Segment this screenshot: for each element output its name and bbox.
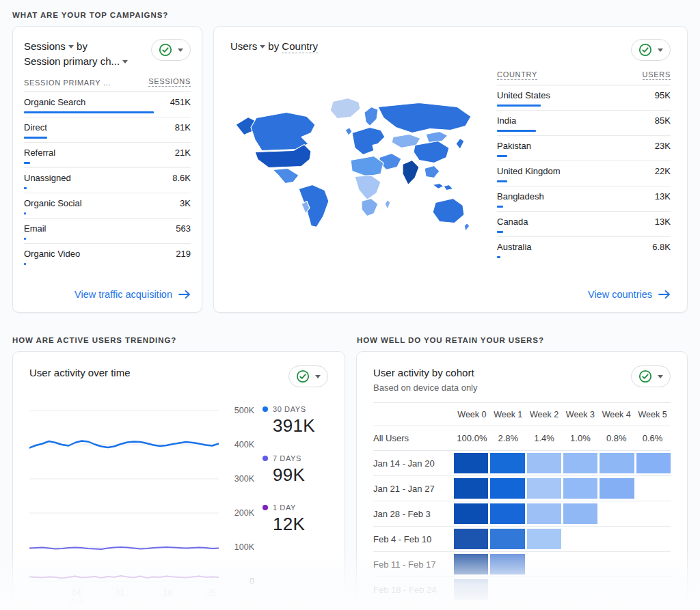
chevron-down-icon bbox=[68, 45, 74, 48]
section-title-retention: HOW WELL DO YOU RETAIN YOUR USERS? bbox=[357, 336, 688, 344]
cohort-all-users-row: All Users 100.0% 2.8% 1.4% 1.0% 0.8% 0.6… bbox=[373, 426, 671, 451]
value-bar bbox=[24, 187, 27, 189]
cohort-week-header-row: Week 0 Week 1 Week 2 Week 3 Week 4 Week … bbox=[373, 403, 671, 426]
insight-status-dropdown[interactable] bbox=[151, 39, 191, 61]
chevron-down-icon bbox=[315, 375, 321, 378]
retention-percent: 2.8% bbox=[490, 433, 526, 443]
cohort-cell bbox=[563, 453, 597, 473]
row-value: 219 bbox=[176, 249, 191, 259]
value-bar bbox=[497, 105, 541, 107]
cohort-cell bbox=[527, 478, 561, 499]
row-label: All Users bbox=[373, 433, 454, 443]
insight-status-dropdown[interactable] bbox=[631, 39, 671, 61]
cohort-row: Feb 18 - Feb 24 bbox=[373, 577, 671, 602]
week-header: Week 4 bbox=[598, 410, 634, 419]
check-circle-icon bbox=[638, 43, 652, 57]
y-axis: 500K 400K 300K 200K 100K 0 bbox=[224, 404, 257, 610]
section-title-active-users: HOW ARE ACTIVE USERS TRENDING? bbox=[12, 336, 355, 344]
cohort-cell bbox=[454, 453, 488, 473]
user-activity-over-time-card: User activity over time bbox=[12, 351, 345, 610]
metric-column-header[interactable]: USERS bbox=[643, 70, 671, 80]
check-circle-icon bbox=[638, 370, 652, 383]
by-label: by bbox=[77, 40, 88, 52]
y-tick: 200K bbox=[234, 508, 254, 518]
view-countries-link[interactable]: View countries bbox=[230, 281, 671, 300]
cohort-cell bbox=[527, 453, 561, 473]
row-value: 81K bbox=[175, 122, 191, 133]
value-bar bbox=[24, 238, 26, 240]
x-axis: 04Feb 11 18 25 bbox=[29, 588, 219, 609]
value-bar bbox=[497, 180, 507, 182]
by-label: by bbox=[268, 40, 279, 52]
row-value: 451K bbox=[170, 97, 191, 107]
row-value: 95K bbox=[655, 90, 671, 100]
cohort-cell bbox=[490, 529, 524, 549]
week-header: Week 3 bbox=[562, 410, 598, 419]
insight-status-dropdown[interactable] bbox=[631, 365, 671, 387]
arrow-right-icon bbox=[658, 290, 671, 299]
row-value: 13K bbox=[655, 217, 671, 227]
value-bar bbox=[24, 212, 26, 214]
row-value: 6.8K bbox=[652, 242, 671, 252]
card-subtitle: Based on device data only bbox=[373, 383, 478, 393]
world-map-container bbox=[230, 62, 483, 281]
legend-item-30-days: 30 DAYS 391K bbox=[262, 405, 328, 436]
legend-dot-icon bbox=[262, 456, 268, 461]
cohort-row: Feb 11 - Feb 17 bbox=[373, 552, 671, 577]
world-map bbox=[230, 94, 483, 249]
insight-status-dropdown[interactable] bbox=[288, 365, 328, 387]
x-tick: 25 bbox=[206, 588, 215, 598]
table-row: India85K bbox=[497, 111, 671, 136]
row-label: Australia bbox=[497, 242, 532, 252]
metric-selector[interactable]: Users bbox=[230, 40, 265, 52]
arrow-right-icon bbox=[178, 290, 191, 299]
table-row: Bangladesh13K bbox=[497, 186, 671, 212]
cohort-cell bbox=[600, 478, 634, 499]
cohort-cell bbox=[563, 503, 597, 524]
countries-table: COUNTRY USERS United States95K India85K … bbox=[497, 62, 671, 281]
x-tick: 04Feb bbox=[70, 588, 84, 607]
y-tick: 500K bbox=[234, 406, 254, 415]
legend-value: 99K bbox=[273, 465, 328, 486]
dimension-selector[interactable]: Country bbox=[282, 40, 318, 53]
card-title: User activity by cohort bbox=[373, 365, 478, 380]
metric-selector[interactable]: Sessions bbox=[24, 40, 74, 52]
row-label: Bangladesh bbox=[497, 191, 544, 202]
legend-item-7-days: 7 DAYS 99K bbox=[262, 454, 328, 486]
x-tick: 18 bbox=[163, 588, 172, 598]
retention-percent: 0.6% bbox=[634, 433, 671, 443]
section-titles-row: HOW ARE ACTIVE USERS TRENDING? HOW WELL … bbox=[0, 336, 700, 344]
line-series-1-day bbox=[29, 576, 219, 579]
card-title: Users by Country bbox=[230, 39, 318, 54]
value-bar bbox=[497, 231, 503, 233]
cohort-date-range: Feb 11 - Feb 17 bbox=[373, 559, 454, 570]
metric-column-header[interactable]: SESSIONS bbox=[148, 77, 191, 87]
retention-percent: 0.8% bbox=[598, 433, 634, 443]
row-value: 563 bbox=[176, 223, 191, 234]
table-header: SESSION PRIMARY ... SESSIONS bbox=[24, 77, 191, 92]
row-label: Organic Video bbox=[24, 249, 80, 259]
cohort-cells bbox=[454, 478, 671, 499]
legend-label: 30 DAYS bbox=[273, 405, 306, 413]
value-bar bbox=[497, 155, 507, 157]
row-label: Email bbox=[24, 223, 46, 234]
row-value: 8.6K bbox=[172, 173, 191, 183]
week-header: Week 1 bbox=[490, 410, 526, 419]
cohort-row: Jan 28 - Feb 3 bbox=[373, 501, 671, 527]
chart-legend: 30 DAYS 391K 7 DAYS 99K 1 DAY 12K bbox=[262, 404, 328, 610]
row-label: United States bbox=[497, 90, 550, 100]
retention-percent: 1.0% bbox=[562, 433, 598, 443]
link-label: View traffic acquisition bbox=[75, 289, 172, 300]
x-tick: 11 bbox=[116, 588, 124, 598]
dimension-column-header[interactable]: COUNTRY bbox=[497, 70, 537, 80]
dimension-selector[interactable]: Session primary ch... bbox=[24, 55, 128, 67]
cohort-cell bbox=[490, 503, 524, 524]
row-label: United Kingdom bbox=[497, 166, 561, 176]
table-row: Pakistan23K bbox=[497, 136, 671, 161]
cohort-cell bbox=[454, 478, 488, 499]
chevron-down-icon bbox=[122, 60, 128, 64]
cohort-date-range: Feb 4 - Feb 10 bbox=[373, 534, 454, 544]
view-traffic-acquisition-link[interactable]: View traffic acquisition bbox=[24, 281, 191, 300]
cohort-row: Jan 21 - Jan 27 bbox=[373, 476, 671, 501]
insights-dashboard: WHAT ARE YOUR TOP CAMPAIGNS? Sessions by… bbox=[0, 0, 700, 610]
